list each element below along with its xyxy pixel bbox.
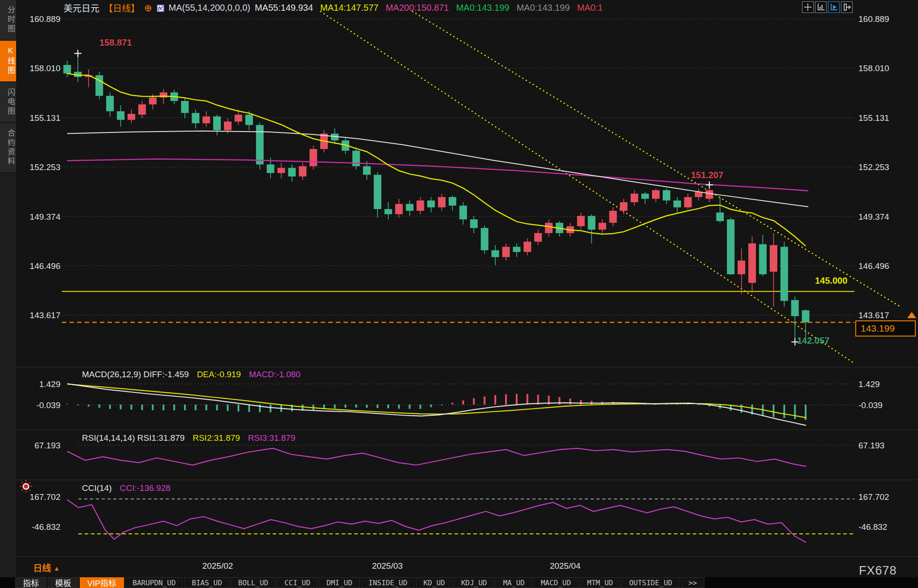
rsi-line: [67, 448, 806, 466]
candle-body: [95, 75, 103, 96]
candle-body: [781, 247, 788, 301]
macd-axis-left: -0.039: [36, 401, 60, 410]
trading-app-window: 160.889160.889158.010158.010155.131155.1…: [0, 0, 918, 588]
macd-readout-0: MACD(26,12,9) DIFF:-1.459: [82, 370, 189, 379]
axis-label-right: 143.617: [858, 311, 889, 320]
macd-histogram-bar: [227, 405, 229, 411]
bottom-tab-MA_UD[interactable]: MA_UD: [495, 577, 532, 588]
macd-histogram-bar: [184, 405, 186, 410]
record-dot-icon[interactable]: [20, 480, 32, 493]
trendline-1: [320, 11, 854, 363]
bottom-tab-指标[interactable]: 指标: [15, 577, 47, 588]
bottom-tab-CCI_UD[interactable]: CCI_UD: [277, 577, 318, 588]
bottom-tab-BARUPDN_UD[interactable]: BARUPDN_UD: [125, 577, 183, 588]
macd-histogram-bar: [206, 405, 207, 410]
macd-readout-2: MACD:-1.080: [249, 370, 300, 379]
sidebar-item-闪电图[interactable]: 闪电图: [0, 82, 16, 123]
exit-panel-icon[interactable]: [841, 1, 853, 13]
bottom-tab-BOLL_UD[interactable]: BOLL_UD: [231, 577, 276, 588]
macd-axis-left: 1.429: [39, 379, 60, 389]
sidebar-item-合约资料[interactable]: 合约资料: [0, 123, 16, 173]
macd-histogram-bar: [77, 405, 79, 405]
ma-readouts: MA55:149.934MA14:147.577MA200:150.871MA0…: [255, 3, 603, 13]
candle-body: [545, 223, 553, 233]
macd-histogram-bar: [772, 405, 774, 417]
macd-histogram-bar: [334, 405, 336, 409]
macd-histogram-bar: [473, 398, 475, 405]
macd-histogram-bar: [451, 403, 453, 405]
chart-header: 美元日元 【日线】 ⊕ MA(55,14,200,0,0,0) MA55:149…: [64, 2, 603, 13]
macd-histogram-bar: [484, 396, 485, 405]
candle-body: [459, 206, 467, 220]
candle-body: [759, 244, 767, 274]
macd-histogram-bar: [387, 405, 389, 409]
macd-histogram-bar: [173, 405, 175, 410]
low-label: 142.057: [797, 336, 829, 346]
macd-histogram-bar: [462, 401, 464, 405]
bottom-tab-模板[interactable]: 模板: [47, 577, 79, 588]
candle-body: [192, 113, 199, 123]
macd-histogram-bar: [494, 395, 496, 405]
macd-histogram-bar: [99, 405, 100, 408]
macd-histogram-bar: [120, 405, 122, 409]
ma-readout-5: MA0:1: [577, 3, 603, 13]
period-selector-label: 日线: [33, 563, 51, 573]
bottom-tab-VIP指标[interactable]: VIP指标: [80, 577, 124, 588]
rsi-axis-left: 67.193: [34, 441, 60, 450]
macd-histogram-bar: [580, 400, 582, 405]
axis-scale-icon[interactable]: [815, 1, 827, 13]
last-price-tag: 143.199: [855, 320, 916, 337]
bottom-tab-BIAS_UD[interactable]: BIAS_UD: [184, 577, 229, 588]
last-price-value: 143.199: [861, 323, 895, 334]
candle-body: [791, 300, 799, 316]
candle-body: [416, 200, 424, 211]
bottom-tab-MACD_UD[interactable]: MACD_UD: [533, 577, 579, 588]
candle-body: [684, 197, 692, 207]
bottom-tab-INSIDE_UD[interactable]: INSIDE_UD: [361, 577, 415, 588]
period-selector-button[interactable]: 日线 ▲: [33, 561, 60, 574]
candle-body: [706, 190, 713, 199]
bottom-tab-KD_UD[interactable]: KD_UD: [416, 577, 453, 588]
candle-body: [620, 202, 627, 211]
candle-body: [673, 200, 681, 207]
period-dropdown-arrow-icon: ▲: [54, 565, 60, 572]
axis-label-right: 152.253: [858, 162, 889, 172]
macd-histogram-bar: [270, 405, 271, 413]
brand-watermark: FX678: [859, 564, 897, 578]
chart-type-icon[interactable]: [157, 4, 164, 12]
chart-toolbar: [802, 1, 853, 13]
month-label-2025/04: 2025/04: [550, 561, 581, 571]
cci-readout-0: CCI(14): [82, 483, 112, 493]
macd-histogram-bar: [377, 405, 378, 408]
bottom-tab->>[interactable]: >>: [681, 577, 704, 588]
macd-histogram-bar: [66, 404, 68, 405]
bottom-tab-KDJ_UD[interactable]: KDJ_UD: [454, 577, 495, 588]
price-chart-canvas[interactable]: 160.889160.889158.010158.010155.131155.1…: [0, 0, 918, 588]
bottom-tab-DMI_UD[interactable]: DMI_UD: [319, 577, 360, 588]
macd-histogram-bar: [741, 405, 742, 413]
candle-body: [481, 228, 489, 250]
rsi-readout-2: RSI3:31.879: [248, 433, 296, 443]
macd-histogram-bar: [237, 405, 239, 412]
sidebar-item-K线图[interactable]: K线图: [0, 41, 16, 82]
axis-label-left: 158.010: [30, 64, 60, 73]
macd-histogram-bar: [430, 405, 432, 407]
sidebar-item-分时图[interactable]: 分时图: [0, 0, 16, 41]
link-circle-plus-icon[interactable]: ⊕: [144, 3, 152, 13]
cci-line: [67, 500, 806, 543]
candle-body: [149, 98, 157, 104]
candle-body: [299, 166, 306, 176]
bottom-tab-OUTSIDE_UD[interactable]: OUTSIDE_UD: [622, 577, 680, 588]
macd-histogram-bar: [794, 405, 796, 419]
axis-play-icon[interactable]: [828, 1, 840, 13]
macd-histogram-bar: [163, 405, 164, 410]
macd-readout-1: DEA:-0.919: [197, 370, 241, 379]
period-tag[interactable]: 【日线】: [104, 1, 140, 14]
bottom-tab-MTM_UD[interactable]: MTM_UD: [579, 577, 621, 588]
ma-readout-4: MA0:143.199: [516, 3, 570, 13]
candle-body: [577, 216, 585, 226]
candle-body: [267, 165, 275, 173]
macd-histogram-bar: [505, 394, 507, 405]
axis-label-right: 149.374: [858, 212, 889, 222]
crosshair-pan-icon[interactable]: [802, 1, 814, 13]
